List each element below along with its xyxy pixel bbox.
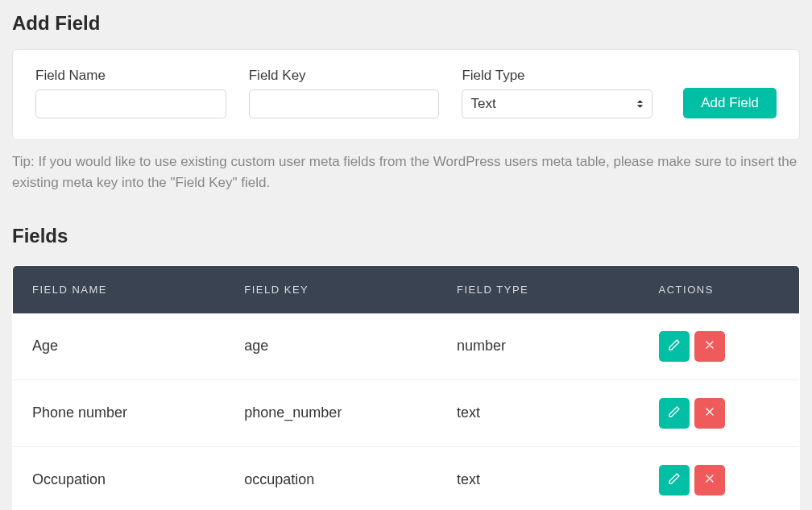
cell-field-type: text <box>437 379 626 446</box>
field-key-group: Field Key <box>249 68 440 118</box>
cell-actions <box>627 313 800 380</box>
add-field-card: Field Name Field Key Field Type Text Add… <box>12 49 800 140</box>
edit-button[interactable] <box>659 398 690 429</box>
field-type-select[interactable]: Text <box>462 89 652 118</box>
cell-actions <box>627 446 800 510</box>
cell-field-type: number <box>437 313 626 380</box>
delete-button[interactable] <box>694 398 725 429</box>
pencil-icon <box>668 338 681 354</box>
cell-field-name: Occupation <box>13 446 226 510</box>
field-name-label: Field Name <box>35 68 226 84</box>
field-type-group: Field Type Text <box>462 68 652 118</box>
field-key-label: Field Key <box>249 68 440 84</box>
field-key-input[interactable] <box>249 89 440 118</box>
cell-field-type: text <box>437 446 626 510</box>
column-field-name: FIELD NAME <box>13 265 226 313</box>
pencil-icon <box>668 405 681 421</box>
cell-field-key: age <box>225 313 437 380</box>
edit-button[interactable] <box>659 331 690 362</box>
table-row: Ageagenumber <box>13 313 800 380</box>
close-icon <box>703 405 716 421</box>
chevron-sort-icon <box>636 99 644 109</box>
close-icon <box>703 472 716 487</box>
cell-actions <box>627 379 800 446</box>
cell-field-name: Phone number <box>13 379 226 446</box>
column-field-key: FIELD KEY <box>225 265 437 313</box>
add-field-heading: Add Field <box>12 12 800 35</box>
fields-heading: Fields <box>12 225 800 247</box>
cell-field-name: Age <box>13 313 226 380</box>
field-type-value: Text <box>470 96 495 112</box>
field-name-input[interactable] <box>35 89 226 118</box>
table-row: Occupationoccupationtext <box>13 446 800 510</box>
cell-field-key: phone_number <box>225 379 437 446</box>
close-icon <box>703 338 716 354</box>
delete-button[interactable] <box>694 465 725 495</box>
delete-button[interactable] <box>694 331 725 362</box>
field-name-group: Field Name <box>35 68 226 118</box>
column-actions: ACTIONS <box>627 265 800 313</box>
edit-button[interactable] <box>659 465 690 495</box>
tip-text: Tip: If you would like to use existing c… <box>12 151 800 194</box>
fields-table: FIELD NAME FIELD KEY FIELD TYPE ACTIONS … <box>12 265 800 510</box>
add-field-button[interactable]: Add Field <box>683 88 777 118</box>
field-type-label: Field Type <box>462 68 652 84</box>
column-field-type: FIELD TYPE <box>437 265 626 313</box>
cell-field-key: occupation <box>225 446 437 510</box>
table-row: Phone numberphone_numbertext <box>13 379 800 446</box>
pencil-icon <box>668 472 681 487</box>
